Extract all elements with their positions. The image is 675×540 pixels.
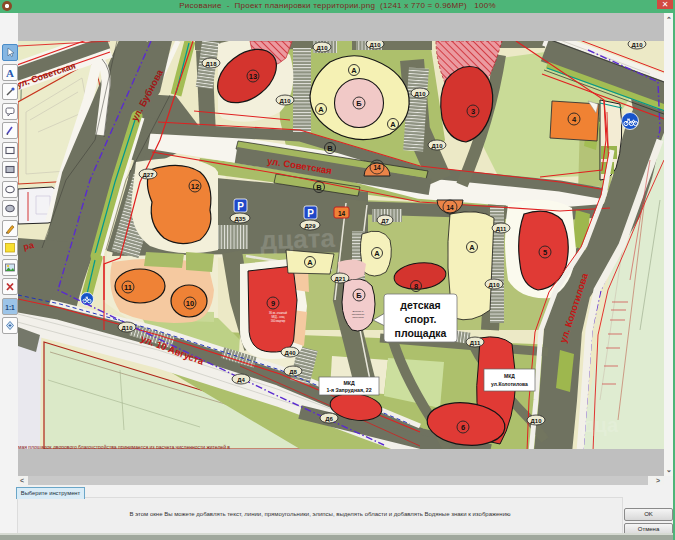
svg-text:Д7: Д7: [381, 218, 389, 224]
svg-text:13: 13: [249, 72, 257, 81]
svg-text:Д10: Д10: [489, 282, 501, 288]
svg-text:В: В: [316, 183, 322, 192]
svg-text:P: P: [237, 201, 244, 212]
svg-text:площадка: площадка: [395, 327, 447, 339]
svg-text:Д11: Д11: [470, 340, 481, 346]
svg-text:P: P: [307, 208, 314, 219]
svg-text:дца: дца: [582, 414, 619, 436]
svg-text:A: A: [6, 66, 14, 78]
svg-text:Д10: Д10: [632, 42, 644, 48]
svg-text:А: А: [390, 120, 396, 129]
svg-text:9: 9: [271, 299, 275, 308]
svg-text:12: 12: [191, 182, 199, 191]
svg-text:Д10: Д10: [280, 98, 292, 104]
svg-text:Д35: Д35: [235, 216, 247, 222]
svg-text:14: 14: [373, 164, 381, 171]
svg-text:6: 6: [461, 423, 465, 432]
svg-text:дцата: дцата: [260, 223, 336, 256]
svg-text:площадки: площадки: [352, 316, 364, 319]
svg-text:10: 10: [186, 299, 194, 308]
svg-text:1:1: 1:1: [5, 303, 15, 310]
svg-text:Д29: Д29: [305, 223, 317, 229]
svg-text:14: 14: [446, 204, 454, 211]
svg-text:Д18: Д18: [206, 61, 218, 67]
svg-text:Б: Б: [356, 291, 362, 300]
svg-text:мая площадок дворового благоус: мая площадок дворового благоустройства п…: [18, 444, 230, 449]
svg-text:А: А: [374, 249, 380, 258]
svg-text:Д10: Д10: [531, 418, 543, 424]
svg-text:МКД: МКД: [504, 373, 515, 379]
svg-text:Д11: Д11: [496, 226, 507, 232]
svg-text:Д10: Д10: [370, 42, 382, 48]
svg-text:Д4: Д4: [237, 377, 245, 383]
svg-text:спорт.: спорт.: [404, 313, 436, 325]
svg-text:14: 14: [338, 210, 346, 217]
svg-text:1-я Запрудная, 22: 1-я Запрудная, 22: [326, 387, 371, 393]
svg-text:ул.Колотилова: ул.Колотилова: [491, 381, 528, 387]
svg-text:36 кв. этажный: 36 кв. этажный: [269, 311, 287, 315]
svg-text:А: А: [307, 258, 313, 267]
svg-text:Д10: Д10: [432, 143, 444, 149]
svg-text:МКД: МКД: [343, 380, 354, 386]
svg-text:Д10: Д10: [415, 91, 427, 97]
svg-text:Д6: Д6: [325, 416, 333, 422]
svg-text:В: В: [327, 144, 333, 153]
svg-text:Д21: Д21: [335, 276, 347, 282]
svg-text:160 квартир: 160 квартир: [271, 319, 286, 323]
svg-text:Б: Б: [356, 99, 362, 108]
svg-text:Д10: Д10: [317, 45, 329, 51]
svg-text:8: 8: [414, 282, 418, 291]
svg-text:А: А: [469, 243, 475, 252]
svg-text:11: 11: [124, 283, 132, 292]
svg-text:А: А: [351, 66, 357, 75]
svg-text:5: 5: [543, 248, 547, 257]
svg-text:А: А: [318, 105, 324, 114]
svg-text:Д40: Д40: [285, 350, 297, 356]
svg-text:детская: детская: [400, 299, 440, 311]
svg-text:Д27: Д27: [143, 172, 155, 178]
svg-text:Д8: Д8: [289, 369, 297, 375]
svg-text:МКД - секц: МКД - секц: [271, 315, 285, 319]
svg-text:Д10: Д10: [122, 325, 134, 331]
svg-text:3: 3: [471, 107, 475, 116]
